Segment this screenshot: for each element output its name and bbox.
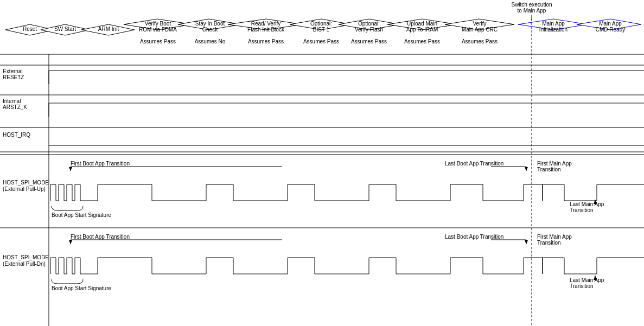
signal-hostspimode-pullup: HOST_SPI_MODE <box>3 180 49 186</box>
assumes-verifyboot: Assumes Pass <box>140 39 176 44</box>
phase-mainappcmd2: CMD Ready <box>596 27 625 33</box>
signal-hostspimode-pulldn: HOST_SPI_MODE <box>3 254 49 260</box>
phase-swstart: SW Start <box>54 26 76 32</box>
phase-bist1: Optional: <box>310 21 332 27</box>
boot-app-sig-pullup: Boot App Start Signature <box>52 212 112 218</box>
assumes-readverify: Assumes Pass <box>248 39 284 44</box>
first-main-transition-pullup: First Main App <box>537 161 572 167</box>
svg-marker-32 <box>69 240 72 244</box>
first-boot-transition-pulldn: First Boot App Transition <box>71 234 130 240</box>
signal-externalresetz: External <box>3 68 23 74</box>
phase-verifyboot: Verify Boot <box>145 21 171 27</box>
phase-verifycrc2: Main App CRC <box>462 27 498 33</box>
phase-uploadmain: Upload Main <box>407 21 437 27</box>
first-main-transition-pulldn: First Main App <box>537 234 572 240</box>
switch-exec-label: Switch execution <box>511 2 552 8</box>
phase-optverify: Optional: <box>358 21 380 27</box>
phase-uploadmain2: App To IRAM <box>406 27 438 33</box>
phase-optverify2: Verify Flash <box>355 27 383 33</box>
last-main-transition-pullup2: Transition <box>570 207 594 213</box>
signal-hostspimode-pulldn-type: (External Pull-Dn) <box>3 261 46 267</box>
signal-externalresetz2: RESETZ <box>3 74 24 80</box>
phase-mainappinit2: Initialization <box>539 27 568 33</box>
phase-reset: Reset <box>23 26 37 32</box>
first-main-transition-pulldn2: Transition <box>537 240 561 246</box>
phase-stayinboot: Stay In Boot <box>195 21 225 27</box>
first-boot-transition-pullup: First Boot App Transition <box>71 161 130 167</box>
timing-diagram: Reset SW Start ARM Init Verify Boot ROM … <box>0 0 644 326</box>
assumes-uploadmain: Assumes Pass <box>404 39 440 44</box>
last-boot-transition-pullup: Last Boot App Transition <box>445 161 503 167</box>
boot-app-sig-pulldn: Boot App Start Signature <box>52 285 112 291</box>
svg-marker-23 <box>69 167 72 171</box>
phase-readverify: Read/ Verify <box>251 21 280 27</box>
phase-bist12: BIST 1 <box>313 27 330 33</box>
phase-stayinboot2: Check <box>202 27 218 33</box>
assumes-verifycrc: Assumes Pass <box>462 39 498 44</box>
assumes-stayinboot: Assumes No <box>195 39 226 44</box>
phase-mainappinit: Main App <box>542 21 565 27</box>
phase-arminit: ARM Init <box>98 26 119 32</box>
switch-exec-label2: to Main App <box>518 8 546 14</box>
phase-readverify2: Flash Init Block <box>247 27 285 33</box>
assumes-optverify: Assumes Pass <box>351 39 387 44</box>
signal-hostspimode-pullup-type: (External Pull-Up) <box>3 186 46 192</box>
phase-mainappcmd: Main App <box>599 21 622 27</box>
last-main-transition-pullup: Last Main App <box>570 201 604 207</box>
last-main-transition-pulldn: Last Main App <box>570 277 604 283</box>
signal-internalarstzk: Internal <box>3 98 21 104</box>
assumes-bist1: Assumes Pass <box>303 39 339 44</box>
phase-verifyboot2: ROM via FDMA <box>139 27 177 33</box>
signal-internalarstzk2: ARSTZ_K <box>3 104 27 110</box>
phase-verifycrc: Verify <box>473 21 486 27</box>
signal-hostirq: HOST_IRQ <box>3 132 30 138</box>
last-main-transition-pulldn2: Transition <box>570 283 594 289</box>
last-boot-transition-pulldn: Last Boot App Transition <box>445 234 503 240</box>
first-main-transition-pullup2: Transition <box>537 167 561 172</box>
